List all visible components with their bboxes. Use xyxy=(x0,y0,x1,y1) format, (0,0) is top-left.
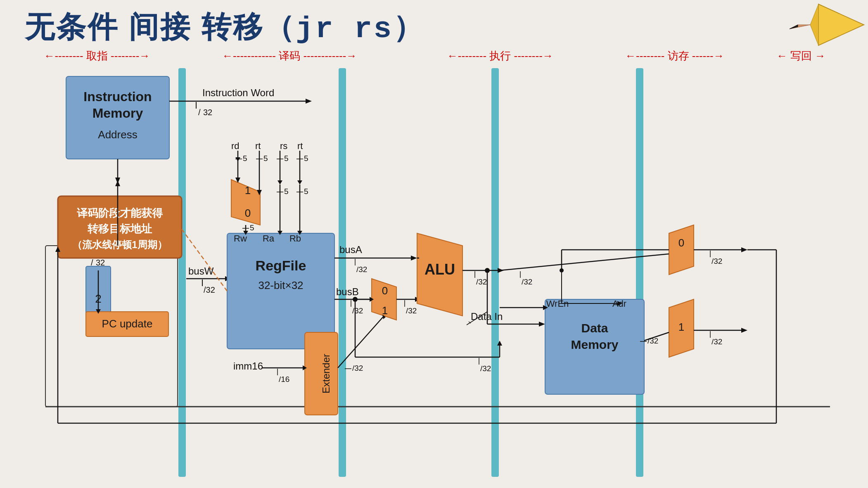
svg-text:转移目标地址: 转移目标地址 xyxy=(87,223,152,235)
svg-marker-132 xyxy=(741,247,747,252)
svg-marker-134 xyxy=(741,328,747,333)
svg-text:rd: rd xyxy=(231,141,240,151)
svg-text:5: 5 xyxy=(304,154,308,163)
svg-text:/32: /32 xyxy=(711,337,722,346)
svg-text:/32: /32 xyxy=(476,277,487,286)
page-title: 无条件 间接 转移（jr rs） xyxy=(25,7,425,47)
svg-text:rs: rs xyxy=(280,141,287,151)
svg-text:Ra: Ra xyxy=(263,233,275,244)
svg-text:Memory: Memory xyxy=(92,106,143,121)
pencil-decoration xyxy=(785,0,868,50)
svg-text:busA: busA xyxy=(339,244,362,255)
svg-text:5: 5 xyxy=(284,187,289,196)
svg-text:1: 1 xyxy=(678,321,684,333)
svg-text:5: 5 xyxy=(250,223,254,232)
svg-text:/32: /32 xyxy=(480,364,491,373)
svg-text:Rw: Rw xyxy=(234,233,247,244)
svg-text:Rb: Rb xyxy=(289,233,301,244)
pipeline-line-4 xyxy=(636,68,643,477)
stage-label-decode: ←------------ 译码 ------------→ xyxy=(169,49,410,63)
svg-text:/: / xyxy=(198,108,201,117)
svg-text:/32: /32 xyxy=(356,265,367,274)
svg-text:Data: Data xyxy=(581,321,608,335)
svg-marker-40 xyxy=(235,157,240,161)
stage-label-execute: ←-------- 执行 --------→ xyxy=(410,49,591,63)
stage-label-fetch: ←-------- 取指 --------→ xyxy=(25,49,169,63)
svg-text:32: 32 xyxy=(203,108,212,117)
svg-marker-106 xyxy=(539,322,545,327)
svg-text:rt: rt xyxy=(297,141,303,151)
pipeline-line-1 xyxy=(178,68,186,477)
svg-text:译码阶段才能获得: 译码阶段才能获得 xyxy=(77,207,163,219)
svg-text:/32: /32 xyxy=(204,285,215,294)
svg-text:/: / xyxy=(91,258,93,267)
svg-text:0: 0 xyxy=(382,284,388,297)
svg-text:Extender: Extender xyxy=(320,354,332,393)
svg-text:1: 1 xyxy=(382,304,388,317)
svg-marker-53 xyxy=(277,180,282,185)
svg-line-148 xyxy=(182,229,227,291)
svg-marker-0 xyxy=(818,4,864,45)
svg-text:imm16: imm16 xyxy=(233,360,263,372)
svg-text:/16: /16 xyxy=(279,375,289,384)
svg-text:/32: /32 xyxy=(647,336,658,345)
svg-text:Address: Address xyxy=(98,128,137,141)
svg-text:/32: /32 xyxy=(406,306,417,315)
title-code: jr rs xyxy=(296,12,393,46)
svg-text:5: 5 xyxy=(304,187,308,196)
svg-text:/32: /32 xyxy=(352,306,363,315)
svg-text:Memory: Memory xyxy=(571,338,618,351)
svg-marker-145 xyxy=(115,180,120,186)
svg-text:1: 1 xyxy=(245,184,251,197)
svg-text:32-bit×32: 32-bit×32 xyxy=(258,279,303,291)
pipeline-line-2 xyxy=(339,68,346,477)
svg-text:RegFile: RegFile xyxy=(256,258,306,273)
svg-text:/32: /32 xyxy=(352,364,363,372)
svg-marker-14 xyxy=(306,99,312,104)
svg-text:/32: /32 xyxy=(522,277,532,286)
svg-text:Data In: Data In xyxy=(471,311,503,322)
title-main: 无条件 间接 转移（ xyxy=(25,10,296,43)
main-diagram: Instruction Memory Address 2 PC update 译… xyxy=(25,68,842,477)
svg-text:32: 32 xyxy=(96,258,105,267)
svg-marker-1 xyxy=(810,4,818,45)
svg-text:5: 5 xyxy=(284,154,289,163)
svg-text:（流水线停顿1周期）: （流水线停顿1周期） xyxy=(72,239,167,250)
svg-text:Instruction: Instruction xyxy=(83,89,152,104)
svg-text:5: 5 xyxy=(263,154,268,163)
mux3-top-block xyxy=(669,225,694,275)
svg-text:Instruction Word: Instruction Word xyxy=(202,87,274,98)
svg-text:0: 0 xyxy=(678,237,684,249)
svg-text:ALU: ALU xyxy=(425,261,455,278)
stage-label-writeback: ← 写回 → xyxy=(759,49,843,63)
svg-line-122 xyxy=(500,254,669,270)
svg-text:5: 5 xyxy=(243,154,247,163)
svg-marker-70 xyxy=(411,256,417,261)
stage-label-memory: ←-------- 访存 ------→ xyxy=(591,49,759,63)
svg-marker-58 xyxy=(297,180,302,185)
title-end: ） xyxy=(393,10,425,43)
svg-text:rt: rt xyxy=(255,141,261,151)
svg-text:/32: /32 xyxy=(711,257,722,265)
svg-text:0: 0 xyxy=(245,207,251,219)
svg-text:busB: busB xyxy=(336,286,359,297)
svg-text:PC update: PC update xyxy=(102,317,153,330)
